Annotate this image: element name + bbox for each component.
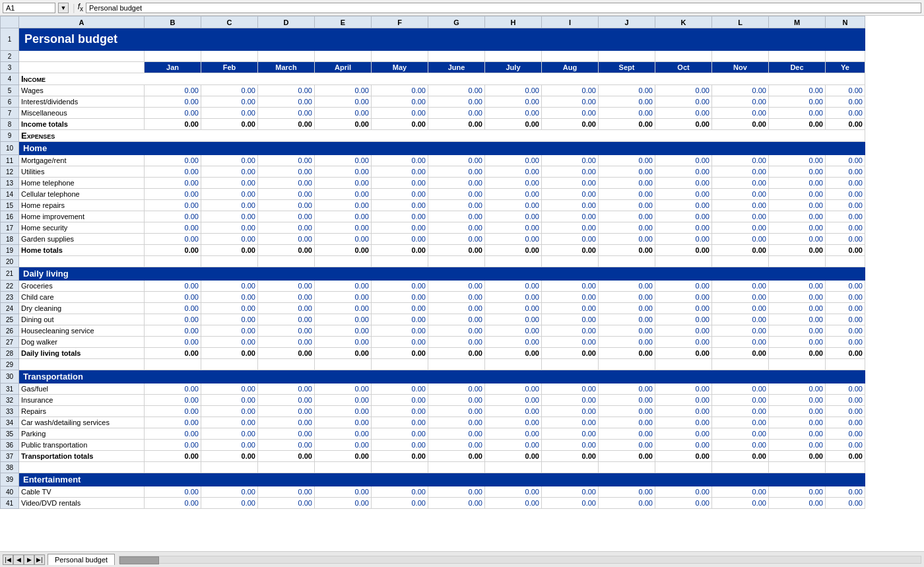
row-num-14: 14 xyxy=(1,189,19,200)
table-row: 8Income totals0.000.000.000.000.000.000.… xyxy=(1,119,865,130)
row-num-23: 23 xyxy=(1,292,19,303)
col-h-header[interactable]: H xyxy=(485,17,542,28)
expenses-label-row: 9Expenses xyxy=(1,130,865,142)
row-num-6: 6 xyxy=(1,96,19,108)
table-row: 7Miscellaneous0.000.000.000.000.000.000.… xyxy=(1,108,865,119)
row-num-5: 5 xyxy=(1,85,19,96)
row-num-28: 28 xyxy=(1,348,19,359)
col-e-header[interactable]: E xyxy=(315,17,372,28)
toolbar: ▼ | fx xyxy=(0,0,924,16)
month-header-row: 3JanFebMarchAprilMayJuneJulyAugSeptOctNo… xyxy=(1,62,865,73)
col-n-header[interactable]: N xyxy=(826,17,865,28)
row-num-38: 38 xyxy=(1,462,19,473)
table-row: 26Housecleaning service0.000.000.000.000… xyxy=(1,325,865,337)
income-label-row: 4Income xyxy=(1,73,865,85)
row-num-27: 27 xyxy=(1,337,19,348)
col-a-header[interactable]: A xyxy=(19,17,145,28)
table-row: 12Utilities0.000.000.000.000.000.000.000… xyxy=(1,166,865,178)
table-row: 17Home security0.000.000.000.000.000.000… xyxy=(1,222,865,234)
table-row: 16Home improvement0.000.000.000.000.000.… xyxy=(1,211,865,222)
table-row: 29 xyxy=(1,359,865,370)
row-num-10: 10 xyxy=(1,142,19,155)
col-i-header[interactable]: I xyxy=(542,17,599,28)
month-header-Ye: Ye xyxy=(826,62,865,73)
table-row: 22Groceries0.000.000.000.000.000.000.000… xyxy=(1,281,865,292)
table-row: 20 xyxy=(1,256,865,267)
row-num-2: 2 xyxy=(1,51,19,62)
table-row: 30Transportation xyxy=(1,370,865,384)
table-row: 24Dry cleaning0.000.000.000.000.000.000.… xyxy=(1,303,865,314)
row-num-25: 25 xyxy=(1,314,19,325)
table-row: 13Home telephone0.000.000.000.000.000.00… xyxy=(1,178,865,189)
col-m-header[interactable]: M xyxy=(769,17,826,28)
month-header-Aug: Aug xyxy=(542,62,599,73)
month-header-Sept: Sept xyxy=(599,62,655,73)
sheet-wrapper[interactable]: A B C D E F G H I J K L M N 1Personal bu… xyxy=(0,16,924,550)
table-row: 35Parking0.000.000.000.000.000.000.000.0… xyxy=(1,428,865,440)
row-num-39: 39 xyxy=(1,473,19,486)
row-num-13: 13 xyxy=(1,178,19,189)
table-row: 11Mortgage/rent0.000.000.000.000.000.000… xyxy=(1,155,865,166)
col-l-header[interactable]: L xyxy=(712,17,769,28)
spreadsheet-title: Personal budget xyxy=(19,28,865,51)
row-num-29: 29 xyxy=(1,359,19,370)
corner-header xyxy=(1,17,19,28)
col-c-header[interactable]: C xyxy=(201,17,258,28)
table-row: 19Home totals0.000.000.000.000.000.000.0… xyxy=(1,245,865,256)
row-num-18: 18 xyxy=(1,234,19,245)
cell-reference-input[interactable] xyxy=(3,3,55,13)
table-row: 40Cable TV0.000.000.000.000.000.000.000.… xyxy=(1,486,865,498)
row-num-11: 11 xyxy=(1,155,19,166)
spreadsheet: A B C D E F G H I J K L M N 1Personal bu… xyxy=(0,16,865,509)
table-row: 32Insurance0.000.000.000.000.000.000.000… xyxy=(1,395,865,406)
col-d-header[interactable]: D xyxy=(258,17,315,28)
row-num-26: 26 xyxy=(1,325,19,337)
row-num-7: 7 xyxy=(1,108,19,119)
row-num-30: 30 xyxy=(1,370,19,384)
month-header-Jan: Jan xyxy=(145,62,201,73)
col-b-header[interactable]: B xyxy=(145,17,201,28)
table-row: 5Wages0.000.000.000.000.000.000.000.000.… xyxy=(1,85,865,96)
table-row: 10Home xyxy=(1,142,865,155)
formula-bar[interactable] xyxy=(86,3,921,13)
month-header-July: July xyxy=(485,62,542,73)
row-num-8: 8 xyxy=(1,119,19,130)
table-row: 23Child care0.000.000.000.000.000.000.00… xyxy=(1,292,865,303)
col-g-header[interactable]: G xyxy=(428,17,485,28)
table-row: 31Gas/fuel0.000.000.000.000.000.000.000.… xyxy=(1,384,865,395)
row-num-17: 17 xyxy=(1,222,19,234)
row-num-33: 33 xyxy=(1,406,19,417)
table-row: 39Entertainment xyxy=(1,473,865,486)
row-num-21: 21 xyxy=(1,267,19,281)
month-header-Nov: Nov xyxy=(712,62,769,73)
row-num-34: 34 xyxy=(1,417,19,428)
row-num-41: 41 xyxy=(1,498,19,509)
table-row: 41Video/DVD rentals0.000.000.000.000.000… xyxy=(1,498,865,509)
month-header-April: April xyxy=(315,62,372,73)
expand-btn[interactable]: ▼ xyxy=(58,3,69,13)
table-row: 27Dog walker0.000.000.000.000.000.000.00… xyxy=(1,337,865,348)
row-num-40: 40 xyxy=(1,486,19,498)
row-num-22: 22 xyxy=(1,281,19,292)
row-num-20: 20 xyxy=(1,256,19,267)
col-k-header[interactable]: K xyxy=(655,17,712,28)
table-row: 15Home repairs0.000.000.000.000.000.000.… xyxy=(1,200,865,211)
row-num-19: 19 xyxy=(1,245,19,256)
month-header-Oct: Oct xyxy=(655,62,712,73)
table-row: 38 xyxy=(1,462,865,473)
table-row: 14Cellular telephone0.000.000.000.000.00… xyxy=(1,189,865,200)
fx-label: fx xyxy=(78,2,83,13)
table-row: 21Daily living xyxy=(1,267,865,281)
row-num-15: 15 xyxy=(1,200,19,211)
row-num-37: 37 xyxy=(1,451,19,462)
row-num-9: 9 xyxy=(1,130,19,142)
row-num-12: 12 xyxy=(1,166,19,178)
table-row: 37Transportation totals0.000.000.000.000… xyxy=(1,451,865,462)
row-num-32: 32 xyxy=(1,395,19,406)
month-header-June: June xyxy=(428,62,485,73)
col-j-header[interactable]: J xyxy=(599,17,655,28)
col-f-header[interactable]: F xyxy=(372,17,428,28)
table-row: 18Garden supplies0.000.000.000.000.000.0… xyxy=(1,234,865,245)
row-num-24: 24 xyxy=(1,303,19,314)
table-row: 28Daily living totals0.000.000.000.000.0… xyxy=(1,348,865,359)
